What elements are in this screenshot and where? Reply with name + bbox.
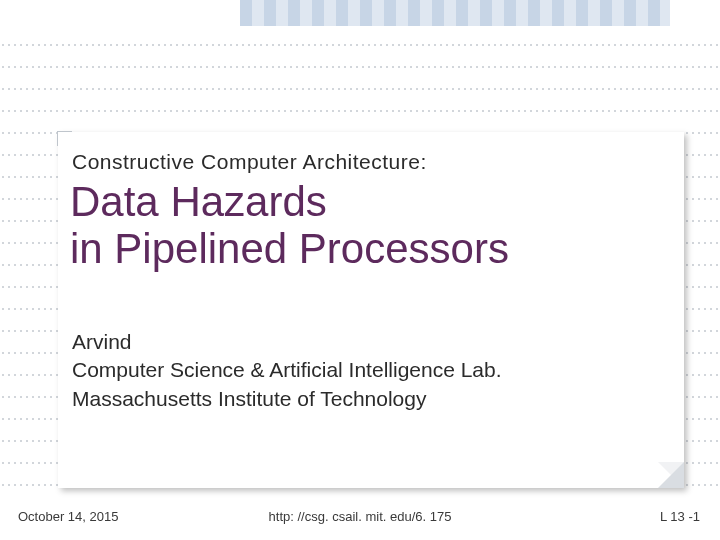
slide-subtitle: Constructive Computer Architecture:: [72, 150, 427, 174]
content-card: Constructive Computer Architecture: Data…: [58, 132, 684, 488]
slide-title: Data Hazards in Pipelined Processors: [70, 178, 509, 272]
affiliation-line-2: Massachusetts Institute of Technology: [72, 387, 426, 410]
author-name: Arvind: [72, 330, 132, 353]
affiliation-line-1: Computer Science & Artificial Intelligen…: [72, 358, 502, 381]
author-block: Arvind Computer Science & Artificial Int…: [72, 328, 502, 413]
card-fold-corner: [658, 462, 684, 488]
footer-url: http: //csg. csail. mit. edu/6. 175: [0, 509, 720, 524]
footer-page: L 13 -1: [660, 509, 700, 524]
top-stripe-band: [240, 0, 670, 26]
title-line-2: in Pipelined Processors: [70, 225, 509, 272]
title-line-1: Data Hazards: [70, 178, 327, 225]
